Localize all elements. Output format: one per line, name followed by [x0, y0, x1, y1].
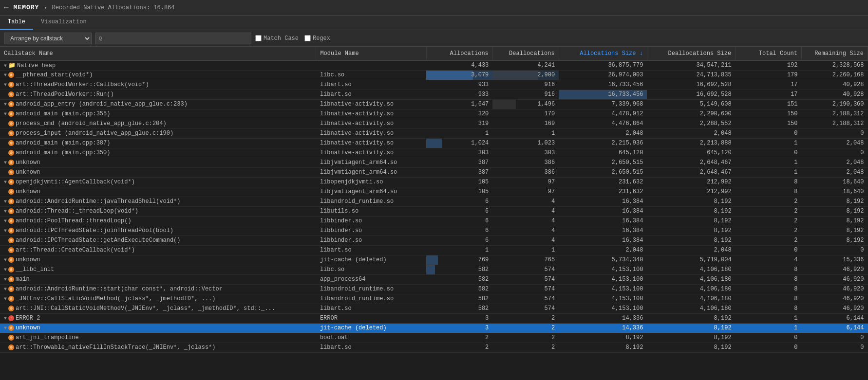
expand-icon[interactable]: ▼ — [4, 72, 7, 78]
row-remaining-size: 18,640 — [802, 177, 868, 187]
row-remaining-size: 40,928 — [802, 90, 868, 99]
row-module: libutils.so — [316, 206, 427, 216]
col-header-callstack[interactable]: Callstack Name — [0, 47, 316, 60]
row-total-count: 2 — [736, 197, 802, 206]
search-input[interactable] — [104, 35, 248, 42]
func-icon: @ — [8, 218, 14, 224]
col-header-deallocations[interactable]: Deallocations — [492, 47, 559, 60]
table-row[interactable]: ▼@android::IPCThreadState::joinThreadPoo… — [0, 226, 868, 235]
col-header-allocations[interactable]: Allocations — [426, 47, 492, 60]
expand-icon[interactable]: ▼ — [4, 277, 7, 282]
table-row[interactable]: ▼@_JNIEnv::CallStaticVoidMethod(_jclass*… — [0, 294, 868, 304]
expand-icon[interactable]: ▼ — [4, 257, 7, 263]
func-icon: @ — [8, 296, 14, 302]
table-row[interactable]: ▶@unknownlibjvmtiagent_arm64.so10597231,… — [0, 187, 868, 197]
table-row[interactable]: ▼!ERROR 2ERROR3214,3368,19216,144 — [0, 313, 868, 323]
tab-visualization[interactable]: Visualization — [33, 16, 94, 30]
table-row[interactable]: ▼@__libc_initlibc.so5825744,153,1004,106… — [0, 265, 868, 274]
col-header-allocations-size[interactable]: Allocations Size ↓ — [559, 47, 647, 60]
expand-icon[interactable]: ▼ — [4, 111, 7, 117]
expand-icon[interactable]: ▼ — [4, 218, 7, 224]
table-row[interactable]: ▼@android_main (main.cpp:355)libnative-a… — [0, 109, 868, 119]
arrange-select[interactable]: Arrange by callstack — [4, 33, 92, 44]
tab-table[interactable]: Table — [0, 16, 33, 30]
col-header-total-count[interactable]: Total Count — [736, 47, 802, 60]
row-deallocations: 4,241 — [492, 60, 559, 70]
row-allocations-size: 16,733,456 — [559, 80, 647, 90]
row-module: libbinder.so — [316, 226, 427, 235]
table-row[interactable]: ▶@art::Thread::CreateCallback(void*)liba… — [0, 245, 868, 255]
table-row[interactable]: ▶@android_main (main.cpp:350)libnative-a… — [0, 148, 868, 158]
row-remaining-size: 15,336 — [802, 255, 868, 265]
table-row[interactable]: ▶@unknownlibjvmtiagent_arm64.so3873862,6… — [0, 167, 868, 177]
row-total-count: 0 — [736, 343, 802, 352]
recorded-label: Recorded Native Allocations: 16.864 — [52, 4, 174, 11]
table-row[interactable]: ▼@unknownjit-cache (deleted)3214,3368,19… — [0, 323, 868, 333]
table-row[interactable]: ▼@unknownjit-cache (deleted)7697655,734,… — [0, 255, 868, 265]
table-row[interactable]: ▶@android::IPCThreadState::getAndExecute… — [0, 235, 868, 245]
table-row[interactable]: ▶@art::JNI::CallStaticVoidMethodV(_JNIEn… — [0, 304, 868, 313]
filter-options: Match Case Regex — [255, 35, 330, 42]
col-header-remaining-size[interactable]: Remaining Size — [802, 47, 868, 60]
table-row[interactable]: ▶@process_input (android_native_app_glue… — [0, 128, 868, 138]
row-name: __pthread_start(void*) — [16, 72, 93, 78]
table-row[interactable]: ▶@android_main (main.cpp:387)libnative-a… — [0, 138, 868, 148]
row-total-count: 1 — [736, 158, 802, 167]
table-row[interactable]: ▶@art_jni_trampolineboot.oat228,1928,192… — [0, 333, 868, 343]
func-icon: @ — [8, 344, 14, 350]
table-row[interactable]: ▼@__pthread_start(void*)libc.so3,0792,90… — [0, 70, 868, 80]
table-row[interactable]: ▼📁Native heap4,4334,24136,875,77934,547,… — [0, 60, 868, 70]
row-module: libandroid_runtime.so — [316, 294, 427, 304]
row-total-count: 8 — [736, 274, 802, 284]
expand-icon[interactable]: ▼ — [4, 326, 7, 331]
table-row[interactable]: ▼@android::PoolThread::threadLoop()libbi… — [0, 216, 868, 226]
expand-icon[interactable]: ▼ — [4, 296, 7, 302]
back-button[interactable]: ← — [4, 3, 9, 12]
match-case-label[interactable]: Match Case — [255, 35, 299, 42]
expand-icon[interactable]: ▼ — [4, 209, 7, 214]
func-icon: @ — [8, 257, 14, 263]
row-module — [316, 60, 427, 70]
table-row[interactable]: ▼@art::ThreadPoolWorker::Callback(void*)… — [0, 80, 868, 90]
row-deallocations: 4 — [492, 235, 559, 245]
expand-icon[interactable]: ▼ — [4, 228, 7, 234]
table-container[interactable]: Callstack Name Module Name Allocations D… — [0, 47, 868, 366]
row-remaining-size: 40,928 — [802, 80, 868, 90]
collapse-icon[interactable]: ▼ — [4, 63, 7, 69]
regex-checkbox[interactable] — [304, 35, 311, 41]
row-allocations-size: 4,153,100 — [559, 294, 647, 304]
table-row[interactable]: ▼@android::Thread::_threadLoop(void*)lib… — [0, 206, 868, 216]
table-row[interactable]: ▼@android_app_entry (android_native_app_… — [0, 99, 868, 109]
expand-icon[interactable]: ▼ — [4, 180, 7, 185]
expand-icon[interactable]: ▼ — [4, 82, 7, 88]
row-allocations-size: 2,048 — [559, 245, 647, 255]
expand-icon[interactable]: ▼ — [4, 102, 7, 107]
table-row[interactable]: ▼@openjdkjvmti::AgentCallback(void*)libo… — [0, 177, 868, 187]
row-remaining-size: 2,048 — [802, 167, 868, 177]
row-deallocations: 2 — [492, 343, 559, 352]
match-case-checkbox[interactable] — [255, 35, 262, 41]
table-row[interactable]: ▶@process_cmd (android_native_app_glue.c… — [0, 119, 868, 128]
row-deallocations: 97 — [492, 177, 559, 187]
row-remaining-size: 0 — [802, 343, 868, 352]
row-module: libart.so — [316, 245, 427, 255]
regex-label[interactable]: Regex — [304, 35, 330, 42]
expand-icon[interactable]: ▼ — [4, 267, 7, 272]
table-row[interactable]: ▼@unknownlibjvmtiagent_arm64.so3873862,6… — [0, 158, 868, 167]
expand-icon[interactable]: ▼ — [4, 160, 7, 165]
row-deallocations: 916 — [492, 80, 559, 90]
table-row[interactable]: ▶@art::ThreadPoolWorker::Run()libart.so9… — [0, 90, 868, 99]
table-row[interactable]: ▼@android::AndroidRuntime::start(char co… — [0, 284, 868, 294]
expand-icon[interactable]: ▼ — [4, 199, 7, 204]
app-dropdown-icon[interactable]: ▾ — [44, 5, 47, 11]
expand-icon[interactable]: ▼ — [4, 287, 7, 292]
table-row[interactable]: ▼@android::AndroidRuntime::javaThreadShe… — [0, 197, 868, 206]
row-total-count: 0 — [736, 128, 802, 138]
row-allocations-size: 26,974,003 — [559, 70, 647, 80]
expand-icon[interactable]: ▼ — [4, 316, 7, 321]
table-row[interactable]: ▼@mainapp_process645825744,153,1004,106,… — [0, 274, 868, 284]
app-title: MEMORY — [14, 4, 39, 11]
col-header-deallocations-size[interactable]: Deallocations Size — [647, 47, 735, 60]
col-header-module[interactable]: Module Name — [316, 47, 427, 60]
table-row[interactable]: ▶@art::Throwable_nativeFillInStackTrace(… — [0, 343, 868, 352]
